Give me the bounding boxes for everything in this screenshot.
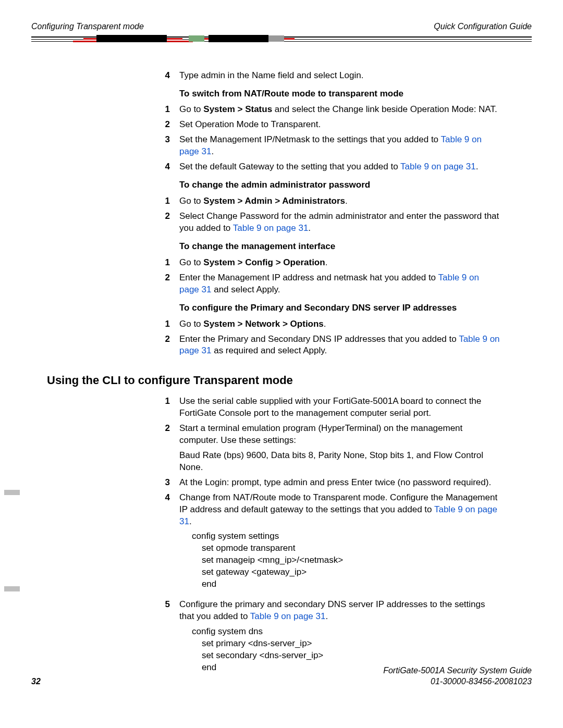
sub-heading: To configure the Primary and Secondary D…	[179, 302, 500, 314]
list-item: 1 Use the serial cable supplied with you…	[151, 396, 500, 419]
cross-reference-link[interactable]: Table 9 on page 31	[400, 162, 476, 171]
list-item: 2 Enter the Primary and Secondary DNS IP…	[151, 334, 500, 357]
step-number: 2	[151, 334, 179, 357]
list-item: 3 At the Login: prompt, type admin and p…	[151, 477, 500, 489]
document-page: Configuring Transparent mode Quick Confi…	[0, 0, 563, 708]
step-number: 4	[151, 161, 179, 173]
list-item: 2 Start a terminal emulation program (Hy…	[151, 423, 500, 474]
footer-title: FortiGate-5001A Security System Guide	[383, 665, 532, 676]
list-item: 2 Select Change Password for the admin a…	[151, 211, 500, 235]
artifact-mark	[4, 490, 20, 495]
page-number: 32	[31, 676, 41, 687]
step-number: 2	[151, 423, 179, 474]
header-rule-art	[31, 36, 532, 44]
sub-heading: To change the admin administrator passwo…	[179, 179, 500, 191]
footer-right: FortiGate-5001A Security System Guide 01…	[383, 665, 532, 687]
step-text: Use the serial cable supplied with your …	[179, 396, 500, 419]
code-block: config system settings set opmode transp…	[192, 530, 500, 590]
list-item: 2 Enter the Management IP address and ne…	[151, 272, 500, 296]
list-item: 1 Go to System > Admin > Administrators.	[151, 195, 500, 207]
artifact-mark	[4, 586, 20, 591]
list-item: 3 Set the Management IP/Netmask to the s…	[151, 134, 500, 158]
step-number: 2	[151, 119, 179, 131]
step-number: 4	[151, 492, 179, 596]
cross-reference-link[interactable]: Table 9 on page 31	[233, 223, 309, 233]
step-number: 2	[151, 211, 179, 235]
step-number: 1	[151, 318, 179, 330]
step-text: Start a terminal emulation program (Hype…	[179, 423, 500, 474]
step-text: Set the default Gateway to the setting t…	[179, 161, 500, 173]
list-item: 4 Change from NAT/Route mode to Transpar…	[151, 492, 500, 596]
content-body: 4 Type admin in the Name field and selec…	[151, 70, 500, 357]
list-item: 4 Type admin in the Name field and selec…	[151, 70, 500, 82]
step-text: Go to System > Config > Operation.	[179, 257, 500, 269]
list-item: 1 Go to System > Status and select the C…	[151, 104, 500, 116]
step-text: Go to System > Status and select the Cha…	[179, 104, 500, 116]
step-number: 3	[151, 134, 179, 158]
step-number: 1	[151, 396, 179, 419]
header-right: Quick Configuration Guide	[434, 21, 532, 32]
cross-reference-link[interactable]: Table 9 on page 31	[250, 611, 326, 621]
step-number: 2	[151, 272, 179, 296]
step-number: 1	[151, 257, 179, 269]
step-number: 4	[151, 70, 179, 82]
step-text: Enter the Management IP address and netm…	[179, 272, 500, 296]
step-text: Set the Management IP/Netmask to the set…	[179, 134, 500, 158]
step-text: Go to System > Admin > Administrators.	[179, 195, 500, 207]
step-text: Go to System > Network > Options.	[179, 318, 500, 330]
footer-docid: 01-30000-83456-20081023	[383, 676, 532, 687]
step-number: 1	[151, 104, 179, 116]
step-number: 3	[151, 477, 179, 489]
section-heading: Using the CLI to configure Transparent m…	[47, 373, 532, 388]
page-footer: 32 FortiGate-5001A Security System Guide…	[31, 665, 532, 687]
list-item: 2 Set Operation Mode to Transparent.	[151, 119, 500, 131]
step-text: Select Change Password for the admin adm…	[179, 211, 500, 235]
sub-heading: To switch from NAT/Route mode to transpa…	[179, 88, 500, 100]
header-left: Configuring Transparent mode	[31, 21, 144, 32]
page-header: Configuring Transparent mode Quick Confi…	[31, 21, 532, 32]
step-text: Set Operation Mode to Transparent.	[179, 119, 500, 131]
step-text: Enter the Primary and Secondary DNS IP a…	[179, 334, 500, 357]
step-number: 1	[151, 195, 179, 207]
step-text: Change from NAT/Route mode to Transparen…	[179, 492, 500, 596]
step-text: Type admin in the Name field and select …	[179, 70, 500, 82]
sub-heading: To change the management interface	[179, 241, 500, 253]
list-item: 1 Go to System > Config > Operation.	[151, 257, 500, 269]
cli-section: 1 Use the serial cable supplied with you…	[151, 396, 500, 679]
list-item: 4 Set the default Gateway to the setting…	[151, 161, 500, 173]
step-text: At the Login: prompt, type admin and pre…	[179, 477, 500, 489]
list-item: 1 Go to System > Network > Options.	[151, 318, 500, 330]
